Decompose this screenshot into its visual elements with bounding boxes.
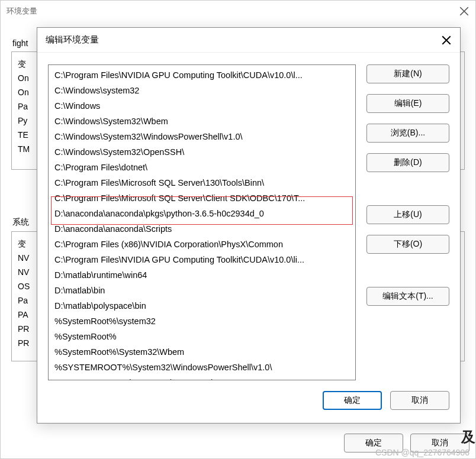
path-list-item[interactable]: C:\Windows\System32\WindowsPowerShell\v1… bbox=[49, 129, 355, 144]
outer-title: 环境变量 bbox=[7, 6, 459, 17]
path-list-item[interactable]: D:\matlab\polyspace\bin bbox=[49, 298, 355, 313]
path-list-item[interactable]: D:\anaconda\anaconda\Scripts bbox=[49, 221, 355, 237]
close-icon[interactable] bbox=[441, 35, 452, 46]
path-list-item[interactable]: C:\Windows\System32\OpenSSH\ bbox=[49, 144, 355, 160]
path-list-item[interactable]: C:\Program Files\NVIDIA GPU Computing To… bbox=[49, 67, 355, 83]
outer-titlebar: 环境变量 bbox=[1, 1, 475, 22]
edit-button[interactable]: 编辑(E) bbox=[366, 94, 449, 113]
path-list-item[interactable]: C:\Program Files (x86)\NVIDIA Corporatio… bbox=[49, 237, 355, 252]
background-fragment: 及 bbox=[461, 428, 475, 447]
browse-button[interactable]: 浏览(B)... bbox=[366, 124, 449, 143]
move-down-button[interactable]: 下移(O) bbox=[366, 235, 449, 254]
path-list-item[interactable]: %SYSTEMROOT%\System32\WindowsPowerShell\… bbox=[49, 360, 355, 375]
button-column: 新建(N) 编辑(E) 浏览(B)... 删除(D) 上移(U) 下移(O) 编… bbox=[366, 64, 449, 380]
dialog-title: 编辑环境变量 bbox=[46, 34, 441, 46]
dialog-body: C:\Program Files\NVIDIA GPU Computing To… bbox=[37, 53, 460, 384]
path-list-item[interactable]: C:\Program Files\Microsoft SQL Server\Cl… bbox=[49, 190, 355, 206]
edit-text-button[interactable]: 编辑文本(T)... bbox=[366, 287, 449, 306]
dialog-titlebar: 编辑环境变量 bbox=[37, 28, 460, 53]
path-list-item[interactable]: %SystemRoot%\System32\Wbem bbox=[49, 344, 355, 360]
delete-button[interactable]: 删除(D) bbox=[366, 153, 449, 172]
dialog-cancel-button[interactable]: 取消 bbox=[390, 391, 449, 410]
edit-env-var-dialog: 编辑环境变量 C:\Program Files\NVIDIA GPU Compu… bbox=[37, 27, 461, 424]
path-listbox[interactable]: C:\Program Files\NVIDIA GPU Computing To… bbox=[48, 64, 356, 380]
path-list-item[interactable]: %SYSTEMROOT%\System32\OpenSSH\ bbox=[49, 375, 355, 380]
path-list-item[interactable]: C:\Windows\System32\Wbem bbox=[49, 114, 355, 129]
path-list-item[interactable]: C:\Windows\system32 bbox=[49, 83, 355, 98]
move-up-button[interactable]: 上移(U) bbox=[366, 205, 449, 224]
new-button[interactable]: 新建(N) bbox=[366, 64, 449, 83]
path-list-item[interactable]: C:\Windows bbox=[49, 98, 355, 114]
watermark: CSDN @qq_2276764906 bbox=[375, 448, 469, 457]
close-icon[interactable] bbox=[459, 6, 469, 17]
dialog-footer: 确定 取消 bbox=[37, 384, 460, 417]
path-list-item[interactable]: %SystemRoot% bbox=[49, 329, 355, 344]
path-list-item[interactable]: D:\anaconda\anaconda\pkgs\python-3.6.5-h… bbox=[49, 206, 355, 221]
path-list-item[interactable]: C:\Program Files\dotnet\ bbox=[49, 160, 355, 175]
dialog-ok-button[interactable]: 确定 bbox=[323, 391, 382, 410]
path-list-item[interactable]: %SystemRoot%\system32 bbox=[49, 313, 355, 329]
path-list-item[interactable]: D:\matlab\runtime\win64 bbox=[49, 267, 355, 283]
path-list-item[interactable]: C:\Program Files\Microsoft SQL Server\13… bbox=[49, 175, 355, 190]
path-list-item[interactable]: D:\matlab\bin bbox=[49, 283, 355, 298]
path-list-item[interactable]: C:\Program Files\NVIDIA GPU Computing To… bbox=[49, 252, 355, 267]
